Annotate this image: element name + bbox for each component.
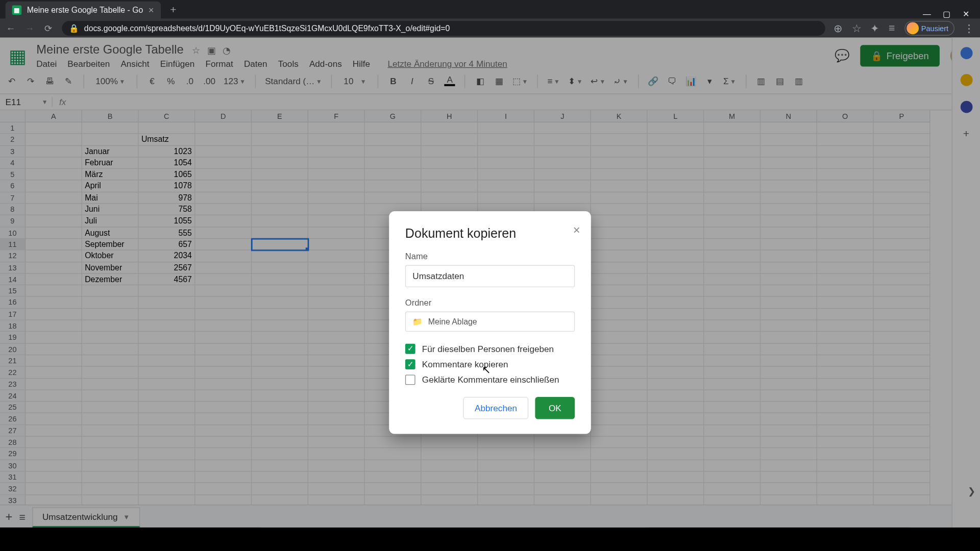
- ok-button[interactable]: OK: [535, 397, 575, 419]
- avatar-icon: [906, 22, 919, 35]
- sheets-favicon-icon: ▦: [12, 6, 21, 15]
- close-window-icon[interactable]: ✕: [963, 9, 969, 18]
- reload-icon[interactable]: ⟳: [43, 23, 54, 34]
- copy-comments-checkbox[interactable]: ✓ Kommentare kopieren: [405, 359, 575, 369]
- address-bar[interactable]: 🔒 docs.google.com/spreadsheets/d/1D9UyOE…: [62, 21, 825, 36]
- extensions-icon[interactable]: ✦: [870, 22, 879, 35]
- folder-icon: 📁: [412, 317, 423, 326]
- back-icon[interactable]: ←: [6, 23, 16, 34]
- forward-icon[interactable]: →: [24, 23, 35, 34]
- browser-toolbar: ← → ⟳ 🔒 docs.google.com/spreadsheets/d/1…: [0, 19, 980, 38]
- dialog-title: Dokument kopieren: [405, 226, 575, 241]
- profile-chip[interactable]: Pausiert: [904, 21, 954, 36]
- minimize-icon[interactable]: —: [923, 9, 931, 18]
- maximize-icon[interactable]: ▢: [943, 9, 950, 18]
- folder-label: Ordner: [405, 298, 575, 307]
- browser-tab-strip: ▦ Meine erste Google Tabelle - Go × + — …: [0, 0, 980, 19]
- copy-document-dialog: × Dokument kopieren Name Ordner 📁 Meine …: [389, 211, 591, 434]
- lock-icon: 🔒: [69, 23, 79, 33]
- include-resolved-checkbox[interactable]: Geklärte Kommentare einschließen: [405, 375, 575, 385]
- folder-picker[interactable]: 📁 Meine Ablage: [405, 312, 575, 332]
- close-dialog-icon[interactable]: ×: [573, 223, 580, 238]
- checkbox-checked-icon: ✓: [405, 359, 415, 369]
- close-tab-icon[interactable]: ×: [149, 5, 154, 15]
- copy-name-input[interactable]: [405, 265, 575, 288]
- cancel-button[interactable]: Abbrechen: [463, 397, 529, 419]
- checkbox-checked-icon: ✓: [405, 344, 415, 354]
- browser-tab[interactable]: ▦ Meine erste Google Tabelle - Go ×: [6, 2, 161, 19]
- name-label: Name: [405, 252, 575, 261]
- zoom-indicator-icon[interactable]: ⊕: [834, 22, 842, 35]
- bookmark-icon[interactable]: ☆: [852, 22, 861, 35]
- reading-list-icon[interactable]: ≡: [889, 22, 895, 35]
- checkbox-unchecked-icon: [405, 375, 415, 385]
- tab-title: Meine erste Google Tabelle - Go: [27, 6, 143, 15]
- menu-icon[interactable]: ⋮: [964, 22, 974, 35]
- url-text: docs.google.com/spreadsheets/d/1D9UyOEq-…: [84, 23, 450, 33]
- share-same-people-checkbox[interactable]: ✓ Für dieselben Personen freigeben: [405, 344, 575, 354]
- new-tab-button[interactable]: +: [166, 2, 180, 19]
